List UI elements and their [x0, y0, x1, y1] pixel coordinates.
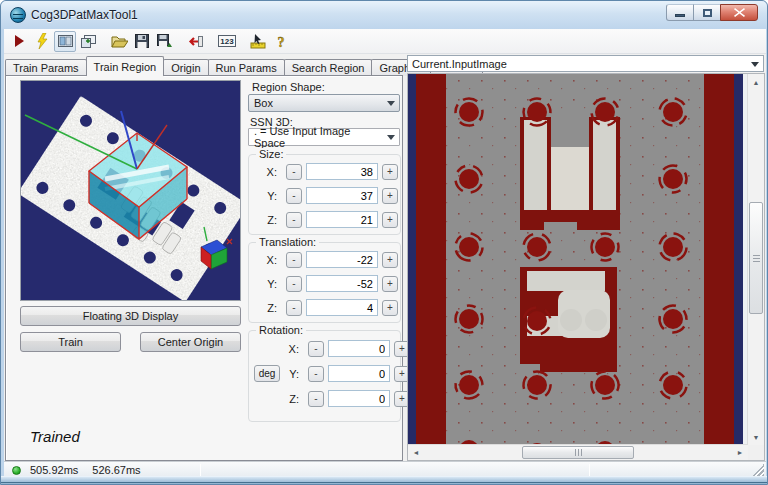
app-icon — [10, 7, 26, 23]
close-button[interactable] — [720, 4, 758, 21]
ssn-3d-value: . = Use Input Image Space — [254, 125, 381, 149]
save-as-icon — [157, 34, 173, 48]
size-y-increment-button[interactable]: + — [382, 188, 398, 204]
floating-3d-display-button[interactable]: Floating 3D Display — [20, 306, 241, 326]
add-display-button[interactable] — [77, 31, 99, 52]
image-horizontal-scrollbar[interactable]: ◄ ► — [408, 444, 748, 460]
train-button[interactable]: Train — [20, 332, 121, 352]
chevron-down-icon — [751, 62, 759, 67]
tab-search-region[interactable]: Search Region — [284, 59, 373, 76]
center-origin-button[interactable]: Center Origin — [140, 332, 241, 352]
svg-text:?: ? — [278, 35, 285, 49]
rotation-y-decrement-button[interactable]: - — [308, 366, 324, 382]
measure-button[interactable] — [247, 31, 269, 52]
translation-z-field[interactable] — [306, 299, 378, 316]
total-time-value: 526.67ms — [92, 464, 140, 476]
train-region-page: Floating 3D Display Train Center Origin … — [5, 75, 403, 461]
translation-z-increment-button[interactable]: + — [382, 300, 398, 316]
translation-y-increment-button[interactable]: + — [382, 276, 398, 292]
size-group: Size: X: - + Y: - + Z: - + — [248, 154, 401, 235]
rotation-group-label: Rotation: — [256, 324, 306, 336]
scroll-down-button[interactable]: ▼ — [748, 429, 764, 445]
open-file-button[interactable] — [108, 31, 130, 52]
chevron-down-icon — [387, 101, 395, 106]
input-image[interactable] — [408, 74, 748, 445]
train-region-3d-view[interactable] — [20, 80, 241, 301]
open-folder-icon — [111, 35, 128, 48]
size-y-decrement-button[interactable]: - — [286, 188, 302, 204]
run-button[interactable] — [8, 31, 30, 52]
size-z-decrement-button[interactable]: - — [286, 212, 302, 228]
resize-grip[interactable] — [752, 464, 764, 476]
image-display[interactable]: ▲ ▼ ◄ ► — [407, 73, 765, 461]
add-display-icon — [81, 35, 96, 48]
tab-train-params[interactable]: Train Params — [5, 59, 87, 76]
import-reset-button[interactable] — [185, 31, 207, 52]
scroll-up-button[interactable]: ▲ — [748, 74, 764, 90]
ssn-3d-select[interactable]: . = Use Input Image Space — [248, 128, 400, 146]
minimize-icon — [675, 14, 685, 17]
window-bottom-border — [1, 476, 767, 484]
rotation-z-decrement-button[interactable]: - — [308, 391, 324, 407]
size-y-field[interactable] — [306, 187, 378, 204]
3d-scene — [21, 81, 240, 300]
size-z-label: Z: — [257, 214, 277, 226]
help-button[interactable]: ? — [270, 31, 292, 52]
size-z-increment-button[interactable]: + — [382, 212, 398, 228]
scroll-right-button[interactable]: ► — [732, 445, 748, 460]
size-x-field[interactable] — [306, 163, 378, 180]
display-icon — [58, 35, 73, 47]
image-vertical-scrollbar[interactable]: ▲ ▼ — [747, 74, 764, 445]
electric-run-button[interactable] — [31, 31, 53, 52]
help-icon: ? — [275, 34, 287, 49]
client-area: 123 ? Train Params Train Region Origin R… — [4, 29, 766, 478]
save-icon — [135, 34, 149, 48]
translation-z-decrement-button[interactable]: - — [286, 300, 302, 316]
translation-y-decrement-button[interactable]: - — [286, 276, 302, 292]
image-selector[interactable]: Current.InputImage — [407, 55, 764, 72]
region-shape-select[interactable]: Box — [248, 94, 400, 112]
rotation-group: Rotation: X: - + deg Y: - + Z: - — [248, 330, 401, 422]
translation-x-increment-button[interactable]: + — [382, 252, 398, 268]
size-x-increment-button[interactable]: + — [382, 164, 398, 180]
input-image-graphic — [408, 74, 748, 445]
rotation-z-label: Z: — [279, 393, 299, 405]
upper-part-shape — [520, 117, 620, 230]
rotation-y-field[interactable] — [328, 365, 390, 382]
rotation-y-label: Y: — [279, 368, 299, 380]
window-title: Cog3DPatMaxTool1 — [31, 8, 138, 22]
close-icon — [734, 8, 745, 17]
vertical-scroll-thumb[interactable] — [749, 202, 763, 314]
rotation-x-decrement-button[interactable]: - — [308, 341, 324, 357]
numeric-results-button[interactable]: 123 — [216, 31, 238, 52]
save-results-button[interactable] — [154, 31, 176, 52]
show-result-display-button[interactable] — [54, 31, 76, 52]
toolbar: 123 ? — [4, 29, 766, 54]
tab-origin[interactable]: Origin — [163, 59, 208, 76]
image-selector-value: Current.InputImage — [412, 58, 507, 70]
size-x-label: X: — [257, 166, 277, 178]
deg-units-button[interactable]: deg — [254, 365, 280, 382]
translation-x-decrement-button[interactable]: - — [286, 252, 302, 268]
save-file-button[interactable] — [131, 31, 153, 52]
measure-pointer-icon — [250, 34, 266, 49]
minimize-button[interactable] — [666, 4, 694, 21]
scroll-left-button[interactable]: ◄ — [408, 445, 424, 460]
rotation-z-field[interactable] — [328, 390, 390, 407]
tab-run-params[interactable]: Run Params — [208, 59, 285, 76]
numeric-icon: 123 — [218, 35, 236, 47]
horizontal-scroll-thumb[interactable] — [522, 446, 634, 459]
run-icon — [12, 34, 26, 48]
title-bar[interactable]: Cog3DPatMaxTool1 — [1, 1, 767, 29]
lightning-icon — [35, 33, 49, 49]
red-arrow-icon — [188, 35, 204, 48]
size-x-decrement-button[interactable]: - — [286, 164, 302, 180]
size-z-field[interactable] — [306, 211, 378, 228]
tab-train-region[interactable]: Train Region — [86, 56, 165, 76]
svg-text:123: 123 — [220, 37, 234, 46]
translation-x-field[interactable] — [306, 251, 378, 268]
translation-y-field[interactable] — [306, 275, 378, 292]
region-shape-label: Region Shape: — [252, 81, 325, 93]
rotation-x-field[interactable] — [328, 340, 390, 357]
maximize-button[interactable] — [693, 4, 721, 21]
